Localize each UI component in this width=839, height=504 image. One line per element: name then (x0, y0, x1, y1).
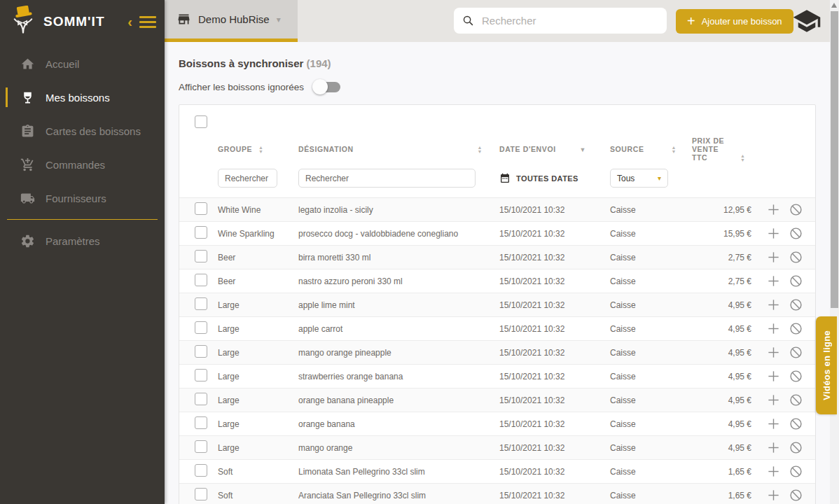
table-row: Soft Aranciata San Pellegrino 33cl slim … (179, 484, 815, 504)
scrollbar-thumb[interactable] (831, 11, 838, 308)
select-all-checkbox[interactable] (195, 115, 207, 128)
account-selector[interactable]: Demo HubRise ▾ (165, 0, 298, 42)
source-filter-value: Tous (617, 174, 635, 183)
row-source: Caisse (610, 229, 692, 239)
ignore-row-icon[interactable] (789, 488, 803, 503)
date-filter[interactable]: TOUTES DATES (499, 173, 610, 184)
row-checkbox[interactable] (195, 226, 207, 239)
sort-icon[interactable]: ▲▼ (477, 146, 483, 153)
scroll-up-icon[interactable] (831, 3, 837, 8)
sidebar-item-commandes[interactable]: Commandes (0, 148, 165, 181)
row-date: 15/10/2021 10:32 (499, 300, 610, 310)
row-checkbox[interactable] (195, 274, 207, 286)
row-date: 15/10/2021 10:32 (499, 491, 610, 500)
add-row-icon[interactable] (766, 202, 781, 217)
ignore-row-icon[interactable] (789, 440, 803, 455)
table-row: Beer nastro azzuro peroni 330 ml 15/10/2… (179, 270, 815, 293)
menu-hamburger-icon[interactable] (139, 16, 156, 28)
ignore-row-icon[interactable] (789, 464, 803, 479)
row-source: Caisse (610, 419, 692, 429)
table-row: Large strawberries orange banana 15/10/2… (179, 365, 815, 388)
ignore-row-icon[interactable] (789, 321, 803, 336)
ignore-row-icon[interactable] (789, 345, 803, 360)
sidebar-collapse-icon[interactable]: ‹ (127, 15, 132, 29)
ignore-row-icon[interactable] (789, 416, 803, 431)
source-filter-select[interactable]: Tous ▾ (610, 169, 668, 188)
designation-filter-input[interactable] (298, 169, 476, 188)
column-header-groupe[interactable]: GROUPE ▲▼ (218, 145, 298, 153)
sort-icon[interactable]: ▲▼ (740, 154, 746, 162)
row-price: 4,95 € (692, 324, 751, 334)
row-checkbox[interactable] (195, 464, 207, 477)
row-source: Caisse (610, 300, 692, 310)
row-date: 15/10/2021 10:32 (499, 324, 610, 334)
add-row-icon[interactable] (766, 298, 781, 312)
show-ignored-toggle[interactable] (314, 82, 340, 92)
add-row-icon[interactable] (766, 250, 781, 265)
search-input[interactable] (482, 15, 650, 27)
ignore-row-icon[interactable] (789, 393, 803, 407)
add-row-icon[interactable] (766, 369, 781, 384)
table-body: White Wine legato inzolia - sicily 15/10… (179, 197, 815, 504)
add-row-icon[interactable] (766, 416, 781, 431)
row-checkbox[interactable] (195, 298, 207, 310)
sort-icon[interactable]: ▲▼ (672, 146, 677, 153)
add-row-icon[interactable] (766, 393, 781, 407)
column-header-prix[interactable]: PRIX DE VENTE TTC ▲▼ (692, 136, 751, 162)
ignore-row-icon[interactable] (789, 250, 803, 265)
row-checkbox[interactable] (195, 369, 207, 382)
add-row-icon[interactable] (766, 440, 781, 455)
row-checkbox[interactable] (195, 488, 207, 500)
row-checkbox[interactable] (195, 393, 207, 405)
add-drink-button-label: Ajouter une boisson (702, 16, 782, 27)
ignore-row-icon[interactable] (789, 369, 803, 384)
row-price: 12,95 € (692, 205, 751, 215)
groupe-filter-input[interactable] (218, 169, 277, 188)
videos-en-ligne-tab[interactable]: Vidéos en ligne (816, 316, 837, 414)
row-group: Large (218, 372, 298, 382)
add-row-icon[interactable] (766, 464, 781, 479)
row-group: Large (218, 443, 298, 453)
ignore-row-icon[interactable] (789, 274, 803, 288)
column-header-source[interactable]: SOURCE ▲▼ (610, 145, 692, 153)
row-checkbox[interactable] (195, 440, 207, 453)
row-checkbox[interactable] (195, 345, 207, 358)
vertical-scrollbar[interactable] (830, 0, 839, 504)
row-price: 4,95 € (692, 300, 751, 310)
add-row-icon[interactable] (766, 488, 781, 503)
add-row-icon[interactable] (766, 226, 781, 241)
show-ignored-label: Afficher les boissons ignorées (179, 82, 304, 92)
sidebar-item-mes-boissons[interactable]: Mes boissons (0, 80, 165, 114)
sidebar-item-accueil[interactable]: Accueil (0, 47, 165, 80)
row-checkbox[interactable] (195, 250, 207, 262)
row-price: 2,75 € (692, 276, 751, 286)
add-row-icon[interactable] (766, 321, 781, 336)
column-header-designation[interactable]: DÉSIGNATION ▲▼ (298, 145, 499, 153)
table-row: Large orange banana 15/10/2021 10:32 Cai… (179, 412, 815, 436)
ignore-row-icon[interactable] (789, 298, 803, 312)
graduation-cap-icon[interactable] (790, 6, 824, 36)
sidebar-item-label: Accueil (46, 58, 79, 70)
row-date: 15/10/2021 10:32 (499, 419, 610, 429)
row-checkbox[interactable] (195, 416, 207, 429)
chevron-down-icon: ▾ (277, 15, 281, 24)
row-checkbox[interactable] (195, 321, 207, 334)
ignore-row-icon[interactable] (789, 226, 803, 241)
row-checkbox[interactable] (195, 202, 207, 215)
ignore-row-icon[interactable] (789, 202, 803, 217)
row-designation: orange banana pineapple (298, 396, 499, 405)
sidebar-item-fournisseurs[interactable]: Fournisseurs (0, 181, 165, 215)
row-price: 1,65 € (692, 467, 751, 477)
add-row-icon[interactable] (766, 345, 781, 360)
sidebar-item-cartes-des-boissons[interactable]: Cartes des boissons (0, 114, 165, 148)
add-row-icon[interactable] (766, 274, 781, 288)
sort-desc-icon[interactable]: ▼ (579, 147, 586, 153)
sort-icon[interactable]: ▲▼ (258, 146, 264, 153)
row-source: Caisse (610, 372, 692, 382)
add-drink-button[interactable]: + Ajouter une boisson (676, 9, 793, 34)
column-header-date-envoi[interactable]: DATE D'ENVOI ▼ (499, 145, 610, 153)
row-group: Soft (218, 491, 298, 500)
table-filters: TOUTES DATES Tous ▾ (179, 162, 815, 197)
row-designation: birra moretti 330 ml (298, 253, 499, 262)
sidebar-item-parametres[interactable]: Paramètres (0, 224, 165, 258)
